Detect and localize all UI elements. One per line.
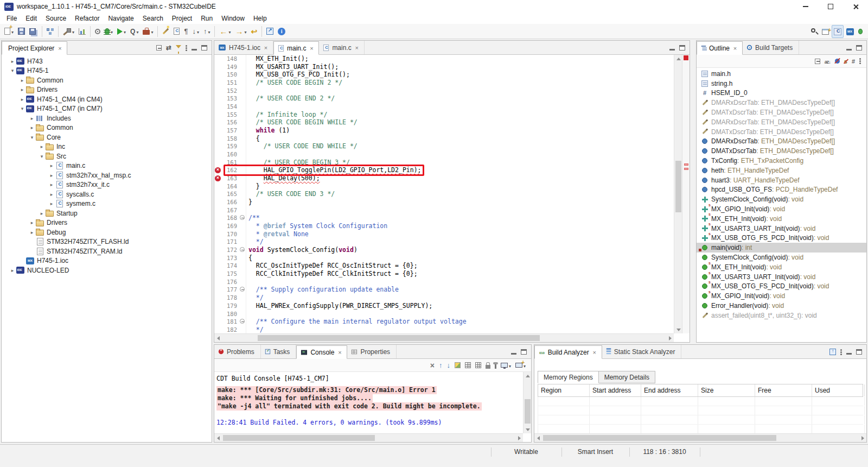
dropdown-caret-icon[interactable] [243, 28, 246, 35]
menu-navigate[interactable]: Navigate [104, 14, 138, 23]
share-project-icon[interactable] [45, 25, 55, 38]
chevron-right-icon[interactable] [9, 268, 16, 273]
overview-error-indicator[interactable] [684, 55, 688, 60]
sort-az-icon[interactable] [823, 55, 832, 68]
external-tools-icon[interactable] [141, 25, 155, 38]
tree-item-stm32h745zitx-flash-ld[interactable]: STM32H745ZITX_FLASH.ld [2, 237, 212, 247]
close-icon[interactable] [56, 45, 63, 52]
code-line[interactable]: 150 MX_USB_OTG_FS_PCD_Init(); [214, 71, 674, 79]
outline-item-assert-failed-uint8-t-uint32-t[interactable]: assert_failed(uint8_t*, uint32_t) : void [697, 311, 866, 320]
console-error-text[interactable]: make: *** [Core/Src/subdir.mk:31: Core/S… [216, 386, 437, 394]
maximize-icon[interactable] [854, 41, 864, 54]
tree-item-h745-1-ioc[interactable]: H745-1.ioc [2, 256, 212, 266]
maximize-icon[interactable] [854, 345, 864, 358]
dropdown-caret-icon[interactable] [227, 28, 231, 35]
outline-item-systemclock-config-void[interactable]: SystemClock_Config(void) : void [697, 253, 866, 262]
code-line[interactable]: 179 HAL_PWREx_ConfigSupply(PWR_DIRECT_SM… [214, 302, 674, 310]
code-line[interactable]: 160 [214, 150, 674, 159]
filter-icon[interactable] [174, 41, 183, 54]
code-line[interactable]: 152 [214, 87, 674, 95]
scroll-up-icon[interactable] [524, 372, 532, 380]
scroll-left-icon[interactable] [214, 434, 222, 442]
search-icon[interactable] [809, 25, 819, 38]
copy-log-icon[interactable] [463, 359, 473, 372]
forward-icon[interactable] [233, 25, 248, 38]
code-line[interactable]: 182 */ [214, 326, 674, 333]
fold-collapse-icon[interactable] [240, 215, 245, 220]
outline-item-txconfig[interactable]: TxConfig : ETH_TxPacketConfig [697, 156, 866, 166]
tab-h745-1-ioc[interactable]: H745-1.ioc [214, 41, 273, 54]
dropdown-caret-icon[interactable] [150, 28, 153, 35]
open-console-icon[interactable] [514, 359, 527, 372]
scrollbar-thumb[interactable] [525, 399, 531, 424]
chevron-right-icon[interactable] [39, 144, 45, 149]
overview-error-mark[interactable] [684, 168, 688, 170]
outline-item-huart3[interactable]: huart3 : UART_HandleTypeDef [697, 175, 866, 185]
tab-build-analyzer[interactable]: Build Analyzer [534, 345, 602, 359]
console-horizontal-scrollbar[interactable] [214, 433, 523, 442]
previous-error-icon[interactable] [437, 359, 444, 372]
tree-item-src[interactable]: Src [2, 152, 212, 161]
close-icon[interactable] [336, 349, 343, 356]
tab-console[interactable]: Console [296, 345, 347, 359]
code-line[interactable]: 165 /* USER CODE END 3 */ [214, 190, 674, 198]
tree-item-includes[interactable]: Includes [2, 113, 212, 123]
outline-item-hsem-id-0[interactable]: HSEM_ID_0 [697, 89, 866, 98]
close-icon[interactable] [308, 45, 315, 52]
minimize-button[interactable] [793, 0, 818, 13]
chevron-down-icon[interactable] [29, 135, 35, 140]
code-line[interactable]: 172void SystemClock_Config(void) [214, 246, 674, 254]
error-marker-icon[interactable] [215, 175, 221, 181]
console-error-text[interactable]: make: *** Waiting for unfinished jobs...… [216, 394, 373, 402]
menu-source[interactable]: Source [41, 14, 71, 23]
open-resource-icon[interactable] [265, 25, 275, 38]
maximize-button[interactable] [818, 0, 843, 13]
clear-console-icon[interactable] [429, 359, 436, 372]
tab-static-stack-analyzer[interactable]: Static Stack Analyzer [602, 345, 682, 358]
show-error-in-editor-icon[interactable] [453, 359, 462, 372]
code-line[interactable]: 173{ [214, 254, 674, 262]
hide-macros-icon[interactable] [850, 55, 857, 68]
tree-item-sysmem-c[interactable]: sysmem.c [2, 199, 212, 209]
outline-item-dmatxdscrtab[interactable]: DMATxDscrTab : ETH_DMADescTypeDef[] [697, 108, 866, 117]
hide-static-icon[interactable] [843, 55, 849, 68]
tree-item-startup[interactable]: Startup [2, 209, 212, 218]
overview-ruler[interactable] [682, 55, 690, 333]
code-line[interactable]: 154 [214, 103, 674, 111]
column-header-used[interactable]: Used [812, 384, 865, 396]
tree-item-nucleo-led[interactable]: NUCLEO-LED [2, 266, 212, 275]
tree-item-stm32h7xx-it-c[interactable]: stm32h7xx_it.c [2, 180, 212, 190]
overview-error-mark[interactable] [684, 163, 688, 166]
outline-item-dmatxdscrtab[interactable]: DMATxDscrTab : ETH_DMADescTypeDef[] [697, 127, 866, 137]
tab-memory-details[interactable]: Memory Details [598, 371, 655, 383]
column-header-free[interactable]: Free [755, 384, 812, 396]
display-console-icon[interactable] [499, 359, 513, 372]
minimize-icon[interactable] [509, 345, 518, 358]
scroll-right-icon[interactable] [666, 334, 674, 342]
maximize-icon[interactable] [678, 41, 687, 54]
show-whitespace-icon[interactable] [182, 25, 189, 38]
device-configuration-icon[interactable] [161, 25, 171, 38]
scroll-down-icon[interactable] [524, 425, 532, 433]
tab-tasks[interactable]: Tasks [261, 345, 297, 358]
code-line[interactable]: 166} [214, 198, 674, 206]
console-line[interactable]: "make -j4 all" terminated with exit code… [216, 402, 523, 411]
collapse-all-icon[interactable] [813, 55, 822, 68]
previous-annotation-icon[interactable] [202, 25, 212, 38]
dropdown-caret-icon[interactable] [71, 28, 74, 35]
menu-refactor[interactable]: Refactor [71, 14, 104, 23]
bar-chart-icon[interactable] [77, 25, 87, 38]
outline-item-mx-usart3-uart-init-void[interactable]: MX_USART3_UART_Init(void) : void [697, 272, 866, 282]
code-line[interactable]: 167 [214, 206, 674, 214]
code-line[interactable]: 158 { [214, 135, 674, 143]
chevron-down-icon[interactable] [19, 106, 25, 111]
save-all-icon[interactable] [28, 25, 39, 38]
tree-item-common[interactable]: Common [2, 123, 212, 133]
outline-item-dmarxdscrtab[interactable]: DMARxDscrTab : ETH_DMADescTypeDef[] [697, 98, 866, 108]
editor-vertical-scrollbar[interactable] [674, 55, 682, 333]
chevron-right-icon[interactable] [29, 230, 35, 235]
analyzer-horizontal-scrollbar[interactable] [534, 433, 866, 442]
scrollbar-thumb[interactable] [543, 435, 776, 441]
outline-item-mx-gpio-init-void[interactable]: MX_GPIO_Init(void) : void [697, 204, 866, 214]
dropdown-caret-icon[interactable] [135, 28, 138, 35]
